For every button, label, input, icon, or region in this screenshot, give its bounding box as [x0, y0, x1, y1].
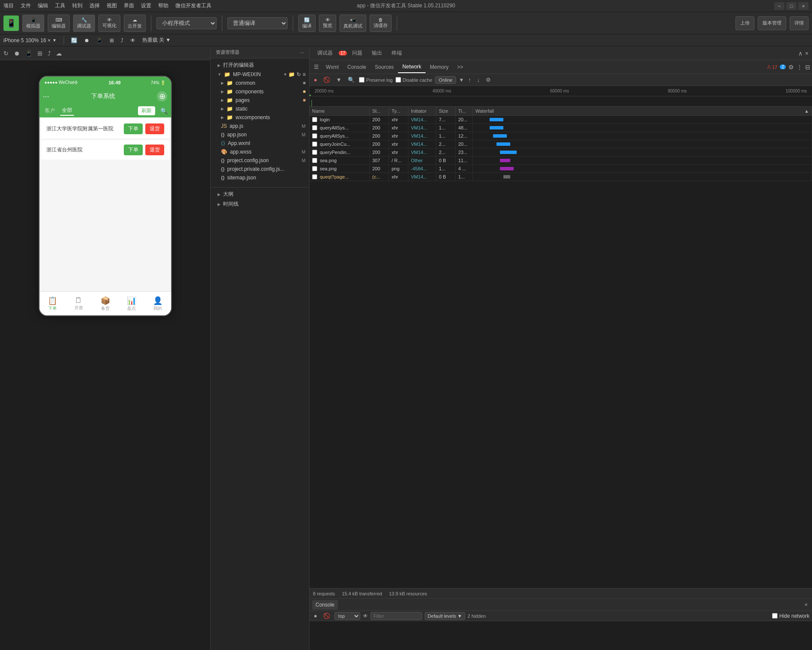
file-app-json[interactable]: {} app.json M — [211, 130, 309, 139]
sim-cloud-icon[interactable]: ☁ — [56, 50, 62, 57]
nav-item-order[interactable]: 📋 下单 — [40, 292, 66, 315]
nav-item-inventory[interactable]: 📊 盘点 — [118, 292, 144, 315]
row-initiator-seapng2[interactable]: -4584... — [408, 165, 436, 173]
menu-item-edit[interactable]: 编辑 — [38, 2, 48, 9]
phone-tab-customer[interactable]: 客户 — [43, 106, 57, 115]
sim-layout-icon[interactable]: ⊞ — [37, 50, 43, 57]
list-item[interactable]: 浙江大学医学院附属第一医院 下单 退货 — [41, 119, 169, 139]
nav-item-invoice[interactable]: 🗒 开票 — [66, 292, 92, 315]
debugger-button[interactable]: 🔧 调试器 — [73, 15, 95, 32]
settings-icon[interactable]: ⚙ — [788, 64, 794, 71]
tab-output[interactable]: 输出 — [368, 47, 386, 59]
online-button[interactable]: Online — [435, 76, 457, 84]
order-button-2[interactable]: 下单 — [124, 145, 143, 155]
row-initiator-querypendin[interactable]: VM14... — [408, 148, 436, 156]
menu-item-goto[interactable]: 转到 — [72, 2, 83, 9]
folder-components[interactable]: ▶ 📁 components — [211, 87, 309, 96]
file-app-wxml[interactable]: ⟨⟩ App.wxml — [211, 139, 309, 148]
dock-icon[interactable]: ⊟ — [805, 64, 810, 71]
row-initiator-queryjoincus[interactable]: VM14... — [408, 140, 436, 148]
row-checkbox-seapng2[interactable] — [312, 166, 317, 171]
menu-item-wechat[interactable]: 微信开发者工具 — [175, 2, 211, 9]
file-project-config[interactable]: {} project.config.json M — [211, 156, 309, 165]
import-button[interactable]: ↑ — [466, 76, 473, 84]
compile-button[interactable]: 🔄 编译 — [298, 15, 316, 32]
sim-record-icon[interactable]: ⏺ — [14, 50, 20, 57]
device-select[interactable]: iPhone 5 100% 16 × ▼ — [3, 37, 57, 43]
clear-cache-button[interactable]: 🗑 清缓存 — [370, 15, 392, 32]
console-eye-icon[interactable]: 👁 — [363, 613, 368, 619]
network-row-queryallsys1[interactable]: queryAllSys... 200 xhr VM14... 1... 48..… — [309, 124, 812, 132]
search-button[interactable]: 🔍 — [346, 76, 356, 84]
row-checkbox-queqt[interactable] — [312, 174, 317, 179]
network-row-login[interactable]: login 200 xhr VM14... 7... 20... — [309, 116, 812, 124]
timeline-header[interactable]: ▶ 时间线 — [211, 199, 309, 209]
file-project-private[interactable]: {} project.private.config.js... — [211, 165, 309, 173]
network-settings-icon[interactable]: ⚙ — [484, 76, 493, 84]
details-button[interactable]: 详情 — [790, 16, 809, 30]
row-checkbox-querypendin[interactable] — [312, 150, 317, 155]
col-name[interactable]: Name — [309, 107, 370, 115]
export-button[interactable]: ↓ — [475, 76, 482, 84]
tab-sources[interactable]: Sources — [371, 62, 398, 73]
cancel-button-1[interactable]: 退货 — [145, 123, 164, 134]
network-row-queryallsys2[interactable]: queryAllSys... 200 xhr VM14... 1... 12..… — [309, 132, 812, 140]
menu-item-interface[interactable]: 界面 — [124, 2, 134, 9]
console-stop-button[interactable]: 🚫 — [322, 612, 332, 620]
menu-item-file[interactable]: 文件 — [21, 2, 31, 9]
col-type[interactable]: Ty... — [389, 107, 408, 115]
tab-wxml[interactable]: Wxml — [322, 62, 343, 73]
row-initiator-queryallsys1[interactable]: VM14... — [408, 124, 436, 132]
menu-item-settings[interactable]: 设置 — [141, 2, 151, 9]
hide-network-control[interactable]: Hide network — [772, 613, 809, 619]
phone-icon[interactable]: 📱 — [96, 37, 103, 43]
close-devtools-icon[interactable]: × — [805, 50, 809, 57]
close-button[interactable]: × — [798, 2, 809, 10]
menu-item-select[interactable]: 选择 — [89, 2, 100, 9]
network-row-querypendin[interactable]: queryPendin... 200 xhr VM14... 2... 23..… — [309, 148, 812, 157]
file-app-wxss[interactable]: 🎨 app.wxss M — [211, 148, 309, 156]
console-close-button[interactable]: × — [803, 601, 809, 609]
tab-issues[interactable]: 问题 — [348, 47, 367, 59]
simulator-button[interactable]: 📱 模拟器 — [22, 15, 44, 32]
col-status[interactable]: St... — [370, 107, 389, 115]
row-initiator-queqt[interactable]: VM14... — [408, 173, 436, 181]
row-initiator-seapng1[interactable]: Other — [408, 157, 436, 164]
upload-button[interactable]: 上传 — [735, 16, 754, 30]
console-context-select[interactable]: top — [334, 612, 360, 620]
tab-more[interactable]: >> — [453, 62, 467, 73]
hot-reload[interactable]: 热重载 关 ▼ — [142, 37, 171, 44]
sim-rotate-icon[interactable]: ↻ — [3, 50, 9, 57]
more-options-icon[interactable]: ⋮ — [797, 64, 803, 71]
project-root[interactable]: ▼ 📁 MP-WEIXIN + 📁 ↻ ≡ — [211, 70, 309, 79]
explorer-more-icon[interactable]: ··· — [300, 50, 304, 55]
record-icon[interactable]: ⏺ — [84, 37, 89, 43]
network-sidebar-icon[interactable]: ☰ — [311, 64, 322, 70]
phone-refresh-button[interactable]: 刷新 — [138, 106, 155, 115]
share-icon[interactable]: ⤴ — [121, 37, 123, 43]
file-sitemap[interactable]: {} sitemap.json — [211, 173, 309, 182]
tab-console-inner[interactable]: Console — [312, 600, 338, 610]
col-size[interactable]: Size — [436, 107, 456, 115]
log-levels-button[interactable]: Default levels ▼ — [425, 612, 465, 620]
nav-item-profile[interactable]: 👤 我的 — [144, 292, 171, 315]
list-item[interactable]: 浙江省台州医院 下单 退货 — [41, 140, 169, 160]
tab-network[interactable]: Network — [398, 61, 426, 73]
menu-item-project[interactable]: 项目 — [3, 2, 14, 9]
folder-common[interactable]: ▶ 📁 common — [211, 79, 309, 87]
visual-button[interactable]: 👁 可视化 — [98, 15, 120, 32]
console-filter-input[interactable] — [371, 612, 422, 620]
col-time[interactable]: Ti... — [456, 107, 473, 115]
tab-debugger[interactable]: 调试器 — [313, 47, 337, 59]
stop-record-button[interactable]: 🚫 — [322, 76, 332, 84]
preserve-log-input[interactable] — [359, 77, 365, 83]
file-app-js[interactable]: JS app.js M — [211, 122, 309, 130]
disable-cache-input[interactable] — [395, 77, 401, 83]
real-device-button[interactable]: 📲 真机调试 — [340, 15, 366, 32]
col-waterfall[interactable]: Waterfall ▲ — [473, 107, 812, 115]
cloud-button[interactable]: ☁ 云开发 — [124, 15, 146, 32]
disable-cache-checkbox[interactable]: Disable cache — [395, 77, 432, 83]
refresh-tree-icon[interactable]: ↻ — [297, 71, 301, 77]
outline-header[interactable]: ▶ 大纲 — [211, 189, 309, 199]
row-checkbox-queryjoincus[interactable] — [312, 142, 317, 147]
